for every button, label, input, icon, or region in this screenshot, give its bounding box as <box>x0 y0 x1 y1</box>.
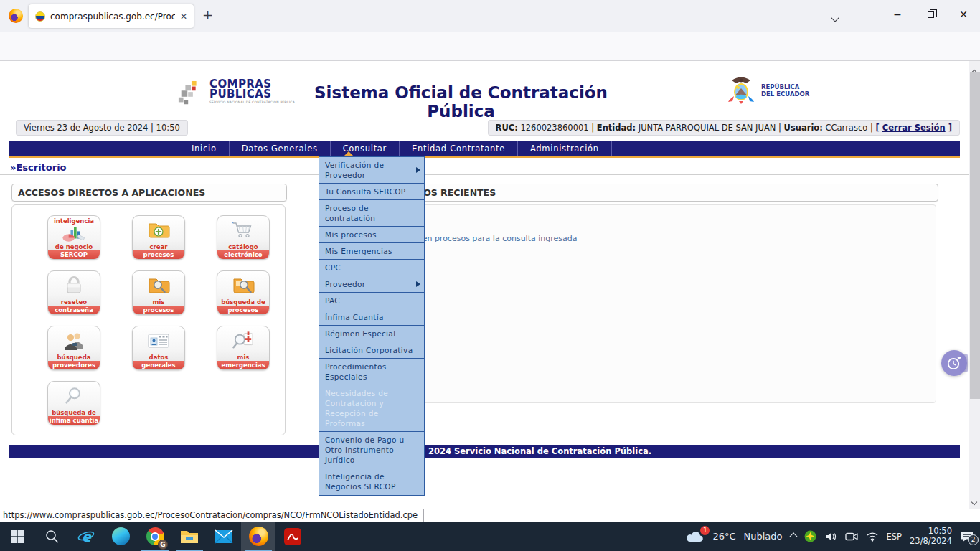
app-mis-procesos[interactable]: mis procesos <box>132 270 185 315</box>
menu-inicio[interactable]: Inicio <box>179 141 229 156</box>
language-indicator[interactable]: ESP <box>887 532 903 542</box>
tab-title: compraspublicas.gob.ec/Proce <box>50 11 175 22</box>
main-menu-bar: Inicio Datos Generales Consultar Entidad… <box>9 141 960 158</box>
time-tracker-extension-badge[interactable] <box>941 350 967 376</box>
browser-tab[interactable]: compraspublicas.gob.ec/Proce <box>29 4 194 28</box>
clock-flame-icon <box>946 354 963 372</box>
scroll-down-icon[interactable] <box>972 494 976 507</box>
menu-entidad-contratante[interactable]: Entidad Contratante <box>399 141 517 156</box>
dd-convenio-de-pago[interactable]: Convenio de Pago u Otro Instrumento Jurí… <box>319 432 424 468</box>
dd-infima-cuantia[interactable]: Ínfima Cuantía <box>319 309 424 326</box>
mail-icon <box>215 529 233 544</box>
dd-cpc[interactable]: CPC <box>319 260 424 276</box>
status-bar-link-preview: https://www.compraspublicas.gob.ec/Proce… <box>0 509 424 522</box>
dd-necesidades-contratacion[interactable]: Necesidades de Contratación y Recepción … <box>319 385 424 432</box>
logo-tagline: SERVICIO NACIONAL DE CONTRATACIÓN PÚBLIC… <box>209 100 295 104</box>
dd-pac[interactable]: PAC <box>319 293 424 309</box>
app-busqueda-de-procesos[interactable]: búsqueda de procesos <box>217 270 270 315</box>
menu-administracion[interactable]: Administración <box>517 141 612 156</box>
meet-now-icon[interactable] <box>845 532 858 542</box>
search-icon <box>62 382 86 410</box>
dd-regimen-especial[interactable]: Régimen Especial <box>319 326 424 342</box>
logo-line2: PUBLICAS <box>209 89 295 99</box>
taskbar-internet-explorer[interactable]: e <box>69 522 103 551</box>
list-tabs-chevron-icon[interactable] <box>832 10 838 24</box>
compras-publicas-logo: COMPRAS PUBLICAS SERVICIO NACIONAL DE CO… <box>177 79 295 109</box>
taskbar-file-explorer[interactable] <box>172 522 207 551</box>
wifi-icon[interactable] <box>866 532 879 542</box>
app-busqueda-proveedores[interactable]: búsqueda proveedores <box>47 326 100 370</box>
taskbar-firefox[interactable] <box>241 522 275 551</box>
padlock-icon <box>62 271 85 299</box>
dd-inteligencia-negocios[interactable]: Inteligencia de Negocios SERCOP <box>319 468 424 495</box>
app-catalogo-electronico[interactable]: catálogo electrónico <box>217 215 270 260</box>
window-close-button[interactable] <box>947 0 980 29</box>
dd-licitacion-corporativa[interactable]: Licitación Corporativa <box>319 342 424 359</box>
dd-verificacion-de-proveedor[interactable]: Verificación de Proveedor <box>319 157 424 184</box>
taskbar-edge[interactable] <box>103 522 138 551</box>
dd-mis-emergencias[interactable]: Mis Emergencias <box>319 243 424 260</box>
notifications-button[interactable]: 2 <box>960 531 974 542</box>
app-mis-emergencias[interactable]: mis emergencias <box>217 326 270 370</box>
logout-link[interactable]: Cerrar Sesión <box>882 123 946 133</box>
submenu-arrow-icon <box>416 281 420 287</box>
clock[interactable]: 10:50 23/8/2024 <box>910 527 952 546</box>
start-button[interactable] <box>0 522 34 551</box>
republic-line2: DEL ECUADOR <box>761 90 809 98</box>
volume-icon[interactable] <box>824 532 837 542</box>
tab-close-icon[interactable] <box>180 11 187 22</box>
chart-pie-icon <box>62 225 86 244</box>
weather-desc[interactable]: Nublado <box>744 531 783 542</box>
folder-search-icon <box>146 271 171 299</box>
app-busqueda-infima-cuantia[interactable]: búsqueda de infima cuantia <box>47 381 100 425</box>
site-favicon-icon <box>35 11 45 22</box>
app-reseteo-contrasena[interactable]: reseteo contraseña <box>47 270 100 315</box>
app-datos-generales[interactable]: datos generales <box>132 326 185 370</box>
dd-proceso-de-contratacion[interactable]: Proceso de contratación <box>319 200 424 227</box>
no-processes-message: No existen procesos para la consulta ing… <box>390 234 936 243</box>
submenu-arrow-icon <box>416 167 420 173</box>
clock-date: 23/8/2024 <box>910 537 952 547</box>
dd-mis-procesos[interactable]: Mis procesos <box>319 227 424 243</box>
antivirus-icon[interactable] <box>804 530 816 542</box>
notifications-badge: 2 <box>968 534 979 545</box>
firefox-logo-icon <box>9 9 23 23</box>
breadcrumb: »Escritorio <box>10 162 67 173</box>
firefox-icon <box>249 527 268 546</box>
weather-icon[interactable]: 1 <box>684 530 705 543</box>
date-time-box: Viernes 23 de Agosto de 2024 | 10:50 <box>16 120 188 136</box>
new-tab-button[interactable] <box>202 7 213 22</box>
mosaic-logo-icon <box>177 79 204 109</box>
taskbar-mail[interactable] <box>207 522 241 551</box>
app-crear-procesos[interactable]: crear procesos <box>132 215 185 260</box>
weather-badge: 1 <box>700 526 710 535</box>
weather-temp[interactable]: 26°C <box>712 531 735 542</box>
dd-procedimientos-especiales[interactable]: Procedimientos Especiales <box>319 359 424 385</box>
tray-overflow-chevron-icon[interactable] <box>791 534 796 540</box>
windows-taskbar: e 1 26°C Nublado <box>0 522 980 551</box>
search-icon <box>44 529 59 544</box>
app-shortcuts-grid: inteligencia de negocio SERCOP crear pro… <box>12 205 285 425</box>
cart-icon <box>230 216 256 244</box>
file-explorer-icon <box>180 529 199 545</box>
taskbar-search-button[interactable] <box>34 522 69 551</box>
dd-proveedor[interactable]: Proveedor <box>319 276 424 293</box>
taskbar-chrome[interactable] <box>138 522 172 551</box>
app-shortcuts-panel: inteligencia de negocio SERCOP crear pro… <box>11 204 286 435</box>
taskbar-acrobat[interactable] <box>275 522 310 551</box>
vertical-scrollbar[interactable] <box>969 61 980 509</box>
site-footer: 2024 Servicio Nacional de Contratación P… <box>9 445 960 458</box>
window-minimize-button[interactable] <box>881 0 914 29</box>
divider <box>0 174 969 175</box>
app-inteligencia-negocio-sercop[interactable]: inteligencia de negocio SERCOP <box>47 215 100 260</box>
page-title: Sistema Oficial de Contratación Pública <box>298 83 624 121</box>
people-icon <box>61 326 87 354</box>
ecuador-crest-icon <box>725 75 758 105</box>
menu-datos-generales[interactable]: Datos Generales <box>229 141 330 156</box>
menu-consultar[interactable]: Consultar <box>330 141 399 156</box>
scrollbar-thumb[interactable] <box>970 72 980 399</box>
window-restore-button[interactable] <box>914 0 947 29</box>
dd-tu-consulta-sercop[interactable]: Tu Consulta SERCOP <box>319 184 424 200</box>
search-cross-icon <box>230 326 256 354</box>
consultar-dropdown-menu: Verificación de Proveedor Tu Consulta SE… <box>319 156 425 496</box>
